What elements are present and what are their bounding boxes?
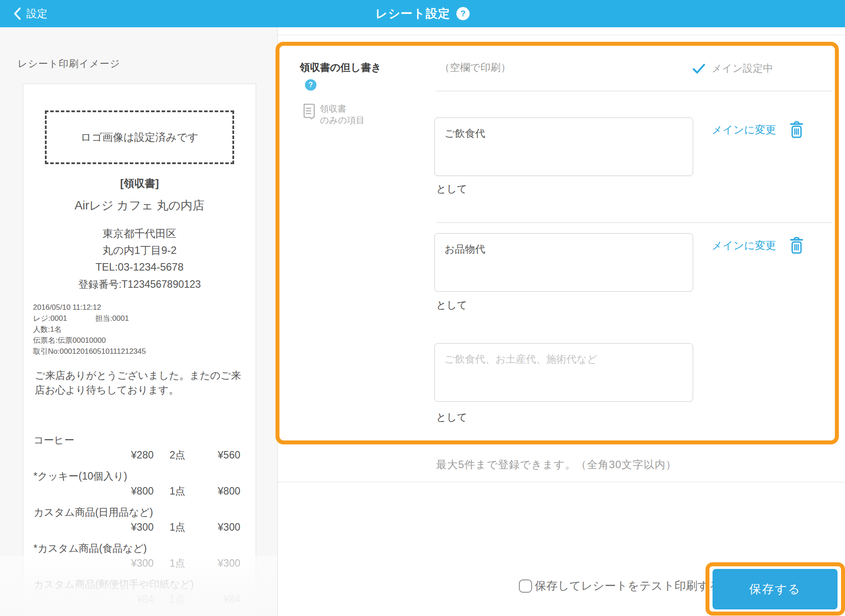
receipt-settings-screen: 設定 レシート設定 ? レシート印刷イメージ ロゴ画像は設定済みです [領収書]… [0,0,845,616]
item-numbers: ¥300 1点 ¥300 [23,556,256,571]
item-numbers: ¥300 1点 ¥300 [23,520,256,535]
item-name: コーヒー [23,433,256,447]
receipt-datetime: 2016/05/10 11:12:12 [33,302,256,313]
receipt-store-name: Airレジ カフェ 丸の内店 [23,198,256,213]
item-price: ¥800 [34,484,154,499]
receipt-only-note: 領収書 のみの項目 [301,103,364,126]
receipt-thanks-message: ご来店ありがとうございました。またのご来店お心より待ちしております。 [23,368,256,397]
limit-note: 最大5件まで登録できます。（全角30文字以内） [436,458,676,472]
receipt-meta-block: 2016/05/10 11:12:12 レジ:0001担当:0001 人数:1名… [23,302,256,357]
item-price: ¥300 [34,556,154,571]
test-print-checkbox[interactable] [519,579,532,593]
change-main-link-2[interactable]: メインに変更 [712,238,776,253]
trash-icon [789,236,804,255]
receipt-staff-no: 担当:0001 [95,314,129,323]
receipt-register-no: レジ:0001 [33,314,67,323]
change-main-link-1[interactable]: メインに変更 [712,123,776,137]
title-wrap: レシート設定 ? [0,0,845,27]
check-icon [692,63,705,74]
top-bar: 設定 レシート設定 ? [0,0,845,27]
receipt-doc-type: [領収書] [23,176,256,191]
footer-divider [278,482,845,482]
item-qty: 1点 [154,556,185,571]
item-qty: 1点 [154,520,185,535]
test-print-label[interactable]: 保存してレシートをテスト印刷する [535,578,721,594]
receipt-register-staff: レジ:0001担当:0001 [33,313,256,324]
item-qty: 1点 [154,484,185,499]
receipt-slip-name: 伝票名:伝票00010000 [33,335,256,346]
proviso-input-3[interactable] [434,343,693,402]
item-total: ¥560 [185,447,240,462]
receipt-item: コーヒー ¥280 2点 ¥560 [23,433,256,462]
content-top-border [278,27,845,35]
item-price: ¥300 [34,520,154,535]
trash-icon [789,121,804,139]
field-1-actions: メインに変更 [712,121,804,139]
item-total: ¥84 [185,592,240,607]
item-name: *クッキー(10個入り) [23,469,256,484]
item-numbers: ¥280 2点 ¥560 [23,447,256,462]
delete-button-2[interactable] [789,236,804,255]
receipt-registration-number: 登録番号:T1234567890123 [23,278,256,291]
receipt-preview-panel: レシート印刷イメージ ロゴ画像は設定済みです [領収書] Airレジ カフェ 丸… [0,27,277,616]
item-qty: 1点 [154,592,185,607]
divider [436,222,832,223]
empty-print-hint: （空欄で印刷） [440,61,511,74]
receipt-item: カスタム商品(郵便切手や印紙など) ¥84 1点 ¥84 [23,577,256,607]
receipt-transaction-no: 取引No:000120160510111212345 [33,346,256,357]
item-total: ¥300 [185,520,240,535]
suffix-label: として [436,298,467,312]
main-setting-label: メイン設定中 [712,62,773,75]
receipt-preview: ロゴ画像は設定済みです [領収書] Airレジ カフェ 丸の内店 東京都千代田区… [23,84,256,616]
field-2-actions: メインに変更 [712,236,804,255]
section-help-icon[interactable]: ? [305,79,316,91]
item-numbers: ¥84 1点 ¥84 [23,592,256,607]
receipt-icon [301,103,316,121]
item-qty: 2点 [154,447,185,462]
footer-row: 保存してレシートをテスト印刷する [519,578,721,594]
receipt-tel: TEL:03-1234-5678 [23,261,256,273]
receipt-item-list: コーヒー ¥280 2点 ¥560 *クッキー(10個入り) ¥800 1点 ¥… [23,433,256,607]
page-title: レシート設定 [375,6,450,22]
item-numbers: ¥800 1点 ¥800 [23,484,256,499]
main-setting-badge: メイン設定中 [692,62,773,75]
item-price: ¥84 [34,592,154,607]
receipt-item: カスタム商品(日用品など) ¥300 1点 ¥300 [23,505,256,535]
item-name: カスタム商品(日用品など) [23,505,256,520]
logo-placeholder-text: ロゴ画像は設定済みです [81,130,198,144]
receipt-item: *カスタム商品(食品など) ¥300 1点 ¥300 [23,541,256,571]
item-name: カスタム商品(郵便切手や印紙など) [23,577,256,592]
receipt-address-line2: 丸の内1丁目9-2 [23,243,256,257]
save-button[interactable]: 保存する [713,569,838,609]
section-label: 領収書の但し書き [300,61,382,74]
preview-heading: レシート印刷イメージ [18,57,120,70]
divider [436,91,832,92]
item-price: ¥280 [34,447,154,462]
help-icon[interactable]: ? [456,7,470,20]
receipt-item: *クッキー(10個入り) ¥800 1点 ¥800 [23,469,256,499]
delete-button-1[interactable] [789,121,804,139]
receipt-only-line2: のみの項目 [320,114,364,126]
item-total: ¥800 [185,484,240,499]
item-name: *カスタム商品(食品など) [23,541,256,556]
receipt-guests: 人数:1名 [33,324,256,335]
proviso-input-1[interactable]: ご飲食代 [434,117,693,176]
suffix-label: として [436,411,467,424]
settings-form-panel: 領収書の但し書き ? 領収書 のみの項目 （空欄で印刷） メイン設定中 ご飲食代 [277,27,845,616]
item-total: ¥300 [185,556,240,571]
suffix-label: として [436,182,467,196]
receipt-only-line1: 領収書 [320,103,364,114]
receipt-address-line1: 東京都千代田区 [23,227,256,241]
receipt-only-label: 領収書 のみの項目 [320,103,364,126]
logo-placeholder-box: ロゴ画像は設定済みです [45,110,234,164]
proviso-input-2[interactable]: お品物代 [434,233,693,292]
